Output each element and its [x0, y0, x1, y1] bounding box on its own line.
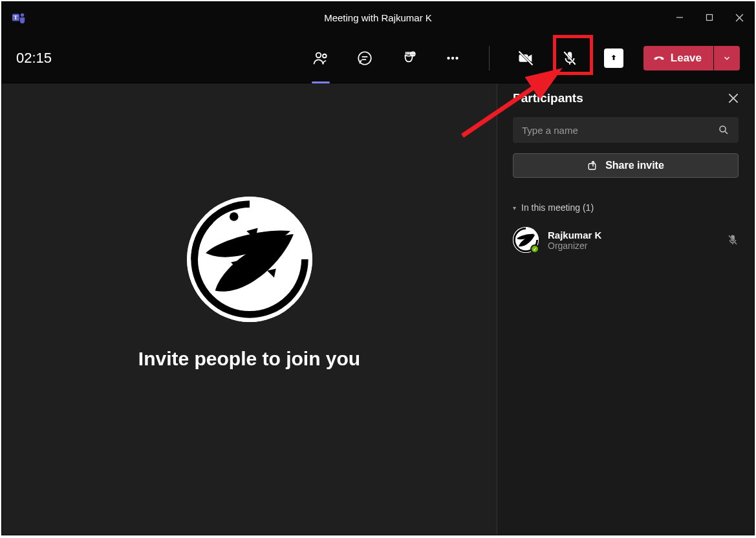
svg-point-14 — [413, 52, 414, 53]
leave-button[interactable]: Leave — [643, 46, 713, 70]
svg-point-26 — [229, 212, 238, 221]
search-box[interactable] — [513, 117, 739, 143]
leave-dropdown-button[interactable] — [714, 46, 740, 70]
share-invite-label: Share invite — [605, 160, 664, 171]
close-button[interactable] — [724, 2, 754, 33]
minimize-button[interactable] — [665, 2, 695, 33]
participant-role: Organizer — [548, 241, 718, 251]
svg-point-16 — [451, 56, 454, 59]
participants-button[interactable] — [308, 43, 334, 74]
meeting-timer: 02:15 — [16, 50, 52, 67]
meeting-body: Invite people to join you Participants S… — [2, 83, 754, 535]
camera-toggle-button[interactable] — [513, 43, 539, 74]
panel-title: Participants — [513, 91, 583, 105]
close-icon — [728, 93, 739, 103]
svg-point-8 — [323, 54, 327, 58]
presence-available-icon — [530, 244, 539, 253]
svg-rect-4 — [707, 15, 713, 21]
svg-point-13 — [412, 52, 413, 53]
meeting-toolbar: 02:15 — [2, 33, 754, 83]
title-bar: T Meeting with Rajkumar K — [2, 2, 754, 33]
leave-label: Leave — [671, 52, 702, 65]
microphone-toggle-button[interactable] — [557, 43, 583, 74]
svg-text:T: T — [14, 14, 17, 21]
window-controls — [665, 2, 754, 33]
hangup-icon — [653, 52, 665, 65]
svg-point-7 — [316, 52, 321, 57]
panel-close-button[interactable] — [728, 93, 739, 103]
main-stage: Invite people to join you — [2, 83, 497, 535]
caret-down-icon: ▾ — [513, 204, 516, 211]
self-avatar — [187, 197, 312, 322]
svg-point-2 — [21, 14, 25, 17]
participant-row[interactable]: Rajkumar K Organizer — [513, 223, 739, 257]
reactions-button[interactable] — [396, 43, 422, 74]
participant-name: Rajkumar K — [548, 230, 718, 241]
window-title: Meeting with Rajkumar K — [324, 12, 432, 23]
maximize-button[interactable] — [695, 2, 724, 33]
search-input[interactable] — [522, 125, 718, 136]
section-header[interactable]: ▾ In this meeting (1) — [513, 202, 739, 213]
svg-point-15 — [447, 56, 449, 59]
app-window: T Meeting with Rajkumar K 02:15 — [1, 1, 755, 535]
share-invite-button[interactable]: Share invite — [513, 153, 739, 178]
section-label: In this meeting (1) — [521, 202, 594, 213]
participants-panel: Participants Share invite ▾ In this meet… — [497, 83, 754, 535]
svg-line-30 — [725, 131, 728, 134]
svg-point-17 — [455, 56, 458, 59]
invite-heading: Invite people to join you — [138, 348, 360, 370]
svg-point-29 — [720, 126, 726, 132]
more-actions-button[interactable] — [440, 43, 466, 74]
share-icon — [587, 160, 599, 171]
separator — [489, 46, 490, 70]
teams-logo-icon: T — [11, 10, 27, 25]
chat-button[interactable] — [352, 43, 378, 74]
search-icon — [718, 124, 729, 136]
participant-avatar — [513, 227, 539, 253]
svg-rect-31 — [589, 164, 596, 169]
share-screen-button[interactable] — [601, 43, 627, 74]
participant-muted-icon — [727, 234, 739, 246]
chevron-down-icon — [722, 54, 731, 63]
